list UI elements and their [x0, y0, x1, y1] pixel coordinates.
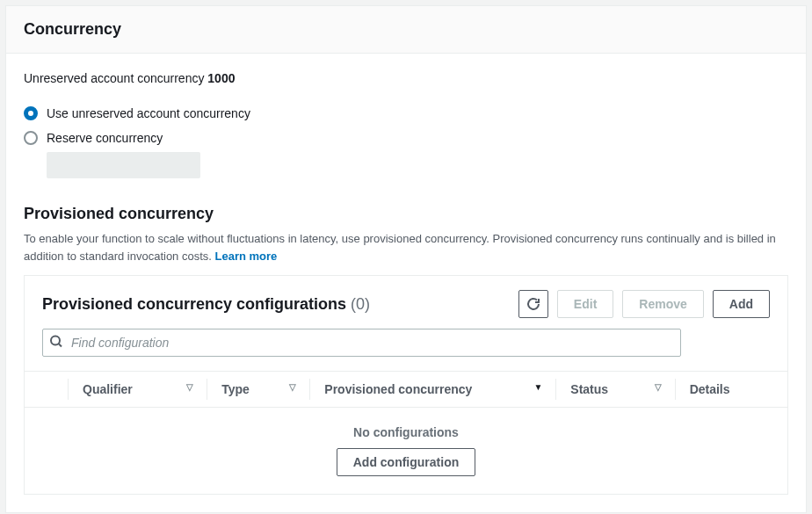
search-wrap [42, 329, 770, 357]
radio-option-unreserved[interactable]: Use unreserved account concurrency [24, 106, 788, 120]
empty-state-row: No configurations Add configuration [25, 408, 787, 495]
radio-label-reserve: Reserve concurrency [47, 131, 163, 145]
column-qualifier[interactable]: Qualifier ▽ [69, 372, 207, 408]
column-status[interactable]: Status ▽ [556, 372, 675, 408]
refresh-button[interactable] [518, 290, 548, 318]
edit-button[interactable]: Edit [557, 290, 613, 318]
column-status-label: Status [570, 382, 608, 396]
column-type-label: Type [221, 382, 250, 396]
provisioned-desc-text: To enable your function to scale without… [24, 232, 776, 263]
sort-icon: ▽ [655, 382, 662, 392]
reserve-concurrency-input [47, 152, 200, 178]
column-select [25, 372, 69, 408]
radio-icon [24, 131, 38, 145]
column-qualifier-label: Qualifier [83, 382, 133, 396]
remove-button[interactable]: Remove [622, 290, 703, 318]
radio-label-unreserved: Use unreserved account concurrency [47, 106, 250, 120]
svg-point-0 [51, 337, 60, 345]
add-button[interactable]: Add [713, 290, 770, 318]
sort-icon: ▼ [533, 382, 542, 392]
config-title: Provisioned concurrency configurations [42, 295, 351, 313]
column-details-label: Details [690, 382, 730, 396]
unreserved-account-value: 1000 [207, 71, 235, 85]
learn-more-link[interactable]: Learn more [215, 250, 278, 263]
unreserved-account-line: Unreserved account concurrency 1000 [24, 71, 788, 85]
config-buttons: Edit Remove Add [518, 290, 770, 318]
provisioned-concurrency-title: Provisioned concurrency [24, 205, 788, 223]
column-details: Details [676, 372, 787, 408]
radio-icon [24, 106, 38, 120]
panel-header: Concurrency [6, 6, 806, 54]
panel-body: Unreserved account concurrency 1000 Use … [6, 54, 806, 512]
radio-option-reserve[interactable]: Reserve concurrency [24, 131, 788, 145]
column-provisioned[interactable]: Provisioned concurrency ▼ [310, 372, 556, 408]
configurations-box: Provisioned concurrency configurations (… [24, 275, 788, 495]
empty-message: No configurations [42, 425, 770, 439]
concurrency-panel: Concurrency Unreserved account concurren… [5, 5, 807, 513]
config-title-wrap: Provisioned concurrency configurations (… [42, 295, 370, 314]
sort-icon: ▽ [289, 382, 296, 392]
add-configuration-button[interactable]: Add configuration [337, 448, 476, 476]
config-count: (0) [351, 295, 370, 313]
unreserved-account-label: Unreserved account concurrency [24, 71, 207, 85]
configurations-table: Qualifier ▽ Type ▽ Provisioned concurren… [25, 371, 787, 494]
config-header: Provisioned concurrency configurations (… [25, 276, 787, 357]
table-header-row: Qualifier ▽ Type ▽ Provisioned concurren… [25, 372, 787, 408]
page-title: Concurrency [24, 20, 788, 39]
column-type[interactable]: Type ▽ [207, 372, 310, 408]
refresh-icon [526, 297, 540, 311]
provisioned-concurrency-description: To enable your function to scale without… [24, 230, 788, 264]
column-provisioned-label: Provisioned concurrency [324, 382, 472, 396]
search-icon [49, 335, 63, 351]
sort-icon: ▽ [186, 382, 193, 392]
config-title-row: Provisioned concurrency configurations (… [42, 290, 770, 318]
search-input[interactable] [42, 329, 681, 357]
